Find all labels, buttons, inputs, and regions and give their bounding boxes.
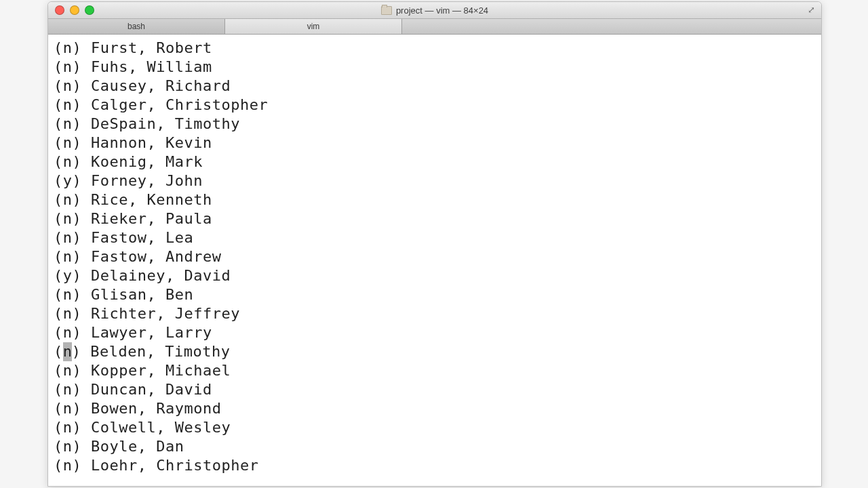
- titlebar[interactable]: project — vim — 84×24 ⤢: [48, 2, 821, 19]
- text-line: (n) Glisan, Ben: [54, 285, 816, 304]
- text-line: (n) Kopper, Michael: [54, 361, 816, 380]
- folder-icon: [381, 6, 392, 15]
- text-line: (n) Fastow, Lea: [54, 228, 816, 247]
- text-line: (n) Hannon, Kevin: [54, 134, 816, 152]
- tab-vim[interactable]: vim: [225, 19, 402, 34]
- tab-bar: bashvim: [48, 19, 821, 35]
- cursor: n: [63, 342, 72, 361]
- minimize-icon[interactable]: [70, 5, 79, 15]
- terminal-content[interactable]: (n) Furst, Robert(n) Fuhs, William(n) Ca…: [48, 35, 821, 486]
- text-line: (n) Furst, Robert: [54, 39, 816, 58]
- text-line: (n) Loehr, Christopher: [54, 456, 816, 475]
- text-line: (n) Lawyer, Larry: [54, 323, 816, 342]
- text-line: (n) Calger, Christopher: [54, 96, 816, 115]
- tab-bash[interactable]: bash: [48, 19, 225, 34]
- text-line: (n) Colwell, Wesley: [54, 418, 816, 437]
- close-icon[interactable]: [55, 5, 64, 15]
- text-line: (y) Delainey, David: [54, 266, 816, 285]
- window-controls: [48, 5, 94, 15]
- text-line: (n) Koenig, Mark: [54, 152, 816, 171]
- text-line: (n) Belden, Timothy: [54, 342, 816, 361]
- window-title: project — vim — 84×24: [396, 5, 488, 16]
- fullscreen-icon[interactable]: ⤢: [806, 5, 816, 15]
- window-title-wrap: project — vim — 84×24: [48, 5, 821, 16]
- text-line: (n) Boyle, Dan: [54, 437, 816, 456]
- text-line: (n) Causey, Richard: [54, 77, 816, 96]
- text-line: (n) Richter, Jeffrey: [54, 304, 816, 323]
- text-line: (n) Duncan, David: [54, 380, 816, 399]
- text-line: (n) Bowen, Raymond: [54, 399, 816, 418]
- terminal-window: project — vim — 84×24 ⤢ bashvim (n) Furs…: [47, 1, 822, 487]
- text-line: (y) Forney, John: [54, 171, 816, 190]
- text-line: (n) Rice, Kenneth: [54, 190, 816, 209]
- text-line: (n) Fuhs, William: [54, 58, 816, 77]
- text-line: (n) Fastow, Andrew: [54, 247, 816, 266]
- zoom-icon[interactable]: [85, 5, 94, 15]
- text-line: (n) Rieker, Paula: [54, 209, 816, 228]
- text-line: (n) DeSpain, Timothy: [54, 115, 816, 134]
